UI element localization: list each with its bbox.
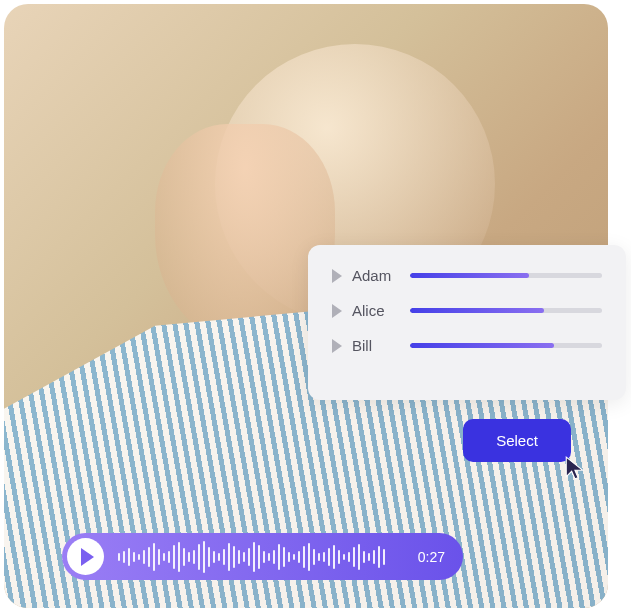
wave-bar	[288, 552, 290, 562]
voice-progress-fill	[410, 308, 544, 313]
wave-bar	[243, 552, 245, 562]
voice-name-label: Alice	[352, 302, 400, 319]
wave-bar	[273, 550, 275, 564]
wave-bar	[218, 553, 220, 561]
wave-bar	[333, 545, 335, 569]
wave-bar	[233, 546, 235, 568]
wave-bar	[123, 551, 125, 563]
wave-bar	[163, 553, 165, 561]
wave-bar	[173, 545, 175, 569]
play-button[interactable]	[67, 538, 104, 575]
wave-bar	[378, 546, 380, 568]
audio-player: 0:27	[62, 533, 463, 580]
select-button-label: Select	[496, 432, 538, 449]
wave-bar	[118, 553, 120, 561]
voice-progress-bar[interactable]	[410, 308, 602, 313]
wave-bar	[213, 551, 215, 563]
voice-progress-bar[interactable]	[410, 273, 602, 278]
select-button[interactable]: Select	[463, 419, 571, 462]
play-icon	[332, 269, 342, 283]
wave-bar	[298, 551, 300, 563]
wave-bar	[358, 544, 360, 570]
wave-bar	[193, 550, 195, 564]
wave-bar	[178, 542, 180, 572]
wave-bar	[238, 550, 240, 564]
wave-bar	[258, 545, 260, 569]
wave-bar	[203, 541, 205, 573]
wave-bar	[353, 547, 355, 567]
wave-bar	[168, 551, 170, 563]
voice-progress-fill	[410, 343, 554, 348]
wave-bar	[148, 547, 150, 567]
wave-bar	[143, 550, 145, 564]
wave-bar	[128, 548, 130, 566]
voice-progress-bar[interactable]	[410, 343, 602, 348]
voice-row[interactable]: Alice	[332, 302, 602, 319]
wave-bar	[268, 553, 270, 561]
wave-bar	[183, 548, 185, 566]
wave-bar	[363, 551, 365, 563]
wave-bar	[208, 547, 210, 567]
voice-name-label: Bill	[352, 337, 400, 354]
wave-bar	[278, 544, 280, 570]
wave-bar	[153, 543, 155, 571]
cursor-icon	[563, 455, 589, 481]
play-icon	[332, 339, 342, 353]
wave-bar	[383, 549, 385, 565]
wave-bar	[263, 551, 265, 563]
wave-bar	[313, 549, 315, 565]
wave-bar	[343, 554, 345, 560]
wave-bar	[228, 543, 230, 571]
wave-bar	[308, 543, 310, 571]
wave-bar	[373, 550, 375, 564]
voice-row[interactable]: Adam	[332, 267, 602, 284]
wave-bar	[348, 552, 350, 562]
wave-bar	[198, 544, 200, 570]
wave-bar	[303, 546, 305, 568]
wave-bar	[133, 552, 135, 562]
wave-bar	[248, 548, 250, 566]
wave-bar	[328, 548, 330, 566]
wave-bar	[368, 553, 370, 561]
wave-bar	[223, 549, 225, 565]
wave-bar	[318, 553, 320, 561]
wave-bar	[283, 547, 285, 567]
audio-timestamp: 0:27	[418, 549, 445, 565]
wave-bar	[253, 542, 255, 572]
wave-bar	[338, 550, 340, 564]
wave-bar	[158, 549, 160, 565]
waveform[interactable]	[118, 541, 404, 573]
play-icon	[332, 304, 342, 318]
voice-selector-panel: Adam Alice Bill	[308, 245, 626, 400]
wave-bar	[138, 554, 140, 560]
wave-bar	[188, 552, 190, 562]
voice-progress-fill	[410, 273, 529, 278]
wave-bar	[293, 554, 295, 560]
voice-name-label: Adam	[352, 267, 400, 284]
voice-row[interactable]: Bill	[332, 337, 602, 354]
wave-bar	[323, 552, 325, 562]
